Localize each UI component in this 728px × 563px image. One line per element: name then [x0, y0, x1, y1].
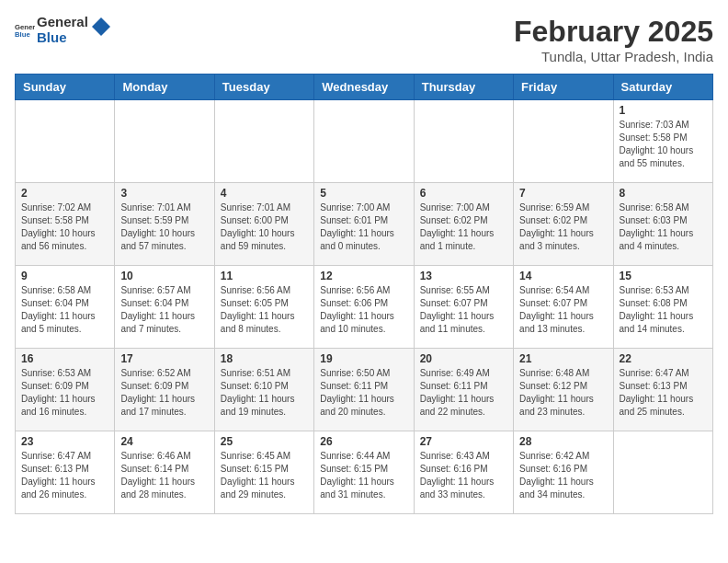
- day-info: Sunrise: 6:47 AM Sunset: 6:13 PM Dayligh…: [620, 367, 707, 419]
- day-info: Sunrise: 7:00 AM Sunset: 6:01 PM Dayligh…: [320, 201, 407, 253]
- day-number: 3: [120, 187, 208, 200]
- day-number: 24: [120, 435, 208, 448]
- location-subtitle: Tundla, Uttar Pradesh, India: [514, 49, 713, 64]
- day-info: Sunrise: 6:43 AM Sunset: 6:16 PM Dayligh…: [420, 450, 507, 501]
- title-block: February 2025 Tundla, Uttar Pradesh, Ind…: [514, 15, 713, 64]
- logo: General Blue General Blue: [15, 15, 110, 45]
- weekday-header-monday: Monday: [115, 75, 214, 100]
- calendar-cell: 12Sunrise: 6:56 AM Sunset: 6:06 PM Dayli…: [314, 266, 414, 349]
- calendar-header-row: SundayMondayTuesdayWednesdayThursdayFrid…: [16, 75, 713, 100]
- weekday-header-tuesday: Tuesday: [214, 75, 313, 100]
- calendar-cell: [514, 100, 613, 183]
- day-number: 1: [620, 104, 707, 117]
- logo-blue-text: Blue: [37, 30, 88, 46]
- calendar-cell: 10Sunrise: 6:57 AM Sunset: 6:04 PM Dayli…: [115, 266, 214, 349]
- calendar-cell: 26Sunrise: 6:44 AM Sunset: 6:15 PM Dayli…: [314, 431, 414, 514]
- day-info: Sunrise: 6:42 AM Sunset: 6:16 PM Dayligh…: [519, 450, 607, 501]
- calendar-cell: 15Sunrise: 6:53 AM Sunset: 6:08 PM Dayli…: [613, 266, 712, 349]
- day-info: Sunrise: 7:03 AM Sunset: 5:58 PM Dayligh…: [620, 119, 707, 170]
- day-number: 12: [320, 270, 407, 282]
- calendar-cell: 18Sunrise: 6:51 AM Sunset: 6:10 PM Dayli…: [214, 349, 313, 431]
- day-number: 16: [21, 352, 108, 365]
- calendar-cell: 14Sunrise: 6:54 AM Sunset: 6:07 PM Dayli…: [514, 266, 613, 349]
- weekday-header-sunday: Sunday: [16, 75, 115, 100]
- calendar-cell: 24Sunrise: 6:46 AM Sunset: 6:14 PM Dayli…: [115, 431, 214, 514]
- calendar-cell: 23Sunrise: 6:47 AM Sunset: 6:13 PM Dayli…: [16, 431, 115, 514]
- calendar-cell: [414, 100, 513, 183]
- page-header: General Blue General Blue February 2025 …: [15, 15, 713, 64]
- calendar-week-row: 9Sunrise: 6:58 AM Sunset: 6:04 PM Daylig…: [16, 266, 713, 349]
- calendar-cell: [214, 100, 313, 183]
- day-info: Sunrise: 6:56 AM Sunset: 6:06 PM Dayligh…: [320, 284, 407, 336]
- calendar-week-row: 16Sunrise: 6:53 AM Sunset: 6:09 PM Dayli…: [16, 349, 713, 431]
- logo-icon: General Blue: [15, 20, 35, 40]
- weekday-header-saturday: Saturday: [613, 75, 712, 100]
- day-number: 27: [420, 435, 507, 448]
- calendar-cell: 5Sunrise: 7:00 AM Sunset: 6:01 PM Daylig…: [314, 183, 414, 266]
- day-info: Sunrise: 6:53 AM Sunset: 6:09 PM Dayligh…: [21, 367, 108, 419]
- weekday-header-wednesday: Wednesday: [314, 75, 414, 100]
- day-info: Sunrise: 7:02 AM Sunset: 5:58 PM Dayligh…: [21, 201, 108, 253]
- calendar-cell: 7Sunrise: 6:59 AM Sunset: 6:02 PM Daylig…: [514, 183, 613, 266]
- day-info: Sunrise: 6:46 AM Sunset: 6:14 PM Dayligh…: [120, 450, 208, 501]
- calendar-cell: 16Sunrise: 6:53 AM Sunset: 6:09 PM Dayli…: [16, 349, 115, 431]
- calendar-cell: 17Sunrise: 6:52 AM Sunset: 6:09 PM Dayli…: [115, 349, 214, 431]
- day-info: Sunrise: 6:59 AM Sunset: 6:02 PM Dayligh…: [519, 201, 607, 253]
- month-year-title: February 2025: [514, 15, 713, 49]
- day-number: 19: [320, 352, 407, 365]
- day-number: 10: [120, 270, 208, 282]
- day-info: Sunrise: 6:49 AM Sunset: 6:11 PM Dayligh…: [420, 367, 507, 419]
- calendar-table: SundayMondayTuesdayWednesdayThursdayFrid…: [15, 74, 713, 514]
- day-info: Sunrise: 6:53 AM Sunset: 6:08 PM Dayligh…: [620, 284, 707, 336]
- calendar-cell: 11Sunrise: 6:56 AM Sunset: 6:05 PM Dayli…: [214, 266, 313, 349]
- day-number: 15: [620, 270, 707, 282]
- day-info: Sunrise: 6:54 AM Sunset: 6:07 PM Dayligh…: [519, 284, 607, 336]
- day-info: Sunrise: 6:55 AM Sunset: 6:07 PM Dayligh…: [420, 284, 507, 336]
- day-number: 26: [320, 435, 407, 448]
- day-info: Sunrise: 6:51 AM Sunset: 6:10 PM Dayligh…: [221, 367, 308, 419]
- calendar-cell: 28Sunrise: 6:42 AM Sunset: 6:16 PM Dayli…: [514, 431, 613, 514]
- calendar-cell: 27Sunrise: 6:43 AM Sunset: 6:16 PM Dayli…: [414, 431, 513, 514]
- day-info: Sunrise: 6:45 AM Sunset: 6:15 PM Dayligh…: [221, 450, 308, 501]
- day-number: 5: [320, 187, 407, 200]
- day-info: Sunrise: 6:48 AM Sunset: 6:12 PM Dayligh…: [519, 367, 607, 419]
- day-number: 9: [21, 270, 108, 282]
- day-number: 13: [420, 270, 507, 282]
- svg-text:Blue: Blue: [15, 29, 30, 38]
- day-number: 2: [21, 187, 108, 200]
- calendar-cell: 8Sunrise: 6:58 AM Sunset: 6:03 PM Daylig…: [613, 183, 712, 266]
- calendar-cell: 22Sunrise: 6:47 AM Sunset: 6:13 PM Dayli…: [613, 349, 712, 431]
- day-info: Sunrise: 7:00 AM Sunset: 6:02 PM Dayligh…: [420, 201, 507, 253]
- day-number: 18: [221, 352, 308, 365]
- day-number: 4: [221, 187, 308, 200]
- day-number: 11: [221, 270, 308, 282]
- day-number: 22: [620, 352, 707, 365]
- day-info: Sunrise: 6:58 AM Sunset: 6:03 PM Dayligh…: [620, 201, 707, 253]
- day-number: 6: [420, 187, 507, 200]
- logo-general-text: General: [37, 15, 88, 30]
- day-info: Sunrise: 6:50 AM Sunset: 6:11 PM Dayligh…: [320, 367, 407, 419]
- calendar-cell: 4Sunrise: 7:01 AM Sunset: 6:00 PM Daylig…: [214, 183, 313, 266]
- calendar-cell: 21Sunrise: 6:48 AM Sunset: 6:12 PM Dayli…: [514, 349, 613, 431]
- day-number: 7: [519, 187, 607, 200]
- calendar-cell: [115, 100, 214, 183]
- calendar-cell: [16, 100, 115, 183]
- day-info: Sunrise: 6:56 AM Sunset: 6:05 PM Dayligh…: [221, 284, 308, 336]
- day-number: 23: [21, 435, 108, 448]
- day-number: 21: [519, 352, 607, 365]
- calendar-week-row: 2Sunrise: 7:02 AM Sunset: 5:58 PM Daylig…: [16, 183, 713, 266]
- day-info: Sunrise: 6:58 AM Sunset: 6:04 PM Dayligh…: [21, 284, 108, 336]
- day-info: Sunrise: 6:47 AM Sunset: 6:13 PM Dayligh…: [21, 450, 108, 501]
- day-number: 20: [420, 352, 507, 365]
- calendar-cell: 25Sunrise: 6:45 AM Sunset: 6:15 PM Dayli…: [214, 431, 313, 514]
- calendar-week-row: 1Sunrise: 7:03 AM Sunset: 5:58 PM Daylig…: [16, 100, 713, 183]
- day-info: Sunrise: 6:52 AM Sunset: 6:09 PM Dayligh…: [120, 367, 208, 419]
- day-number: 25: [221, 435, 308, 448]
- calendar-cell: [613, 431, 712, 514]
- calendar-cell: 13Sunrise: 6:55 AM Sunset: 6:07 PM Dayli…: [414, 266, 513, 349]
- day-info: Sunrise: 7:01 AM Sunset: 5:59 PM Dayligh…: [120, 201, 208, 253]
- logo-flag-icon: [92, 17, 110, 43]
- calendar-cell: 20Sunrise: 6:49 AM Sunset: 6:11 PM Dayli…: [414, 349, 513, 431]
- calendar-cell: 2Sunrise: 7:02 AM Sunset: 5:58 PM Daylig…: [16, 183, 115, 266]
- calendar-week-row: 23Sunrise: 6:47 AM Sunset: 6:13 PM Dayli…: [16, 431, 713, 514]
